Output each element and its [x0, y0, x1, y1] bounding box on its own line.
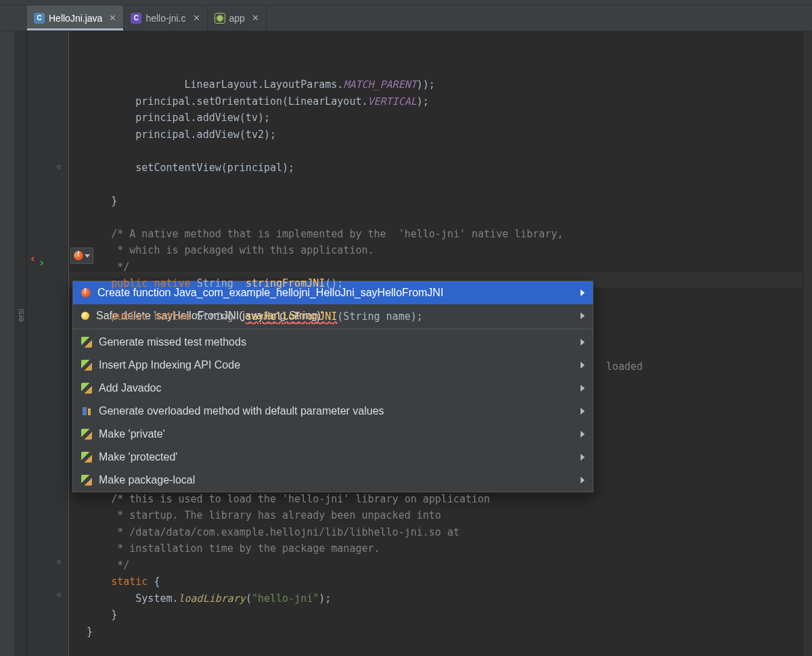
tool-window-stripe-left[interactable]: [0, 31, 15, 656]
code-editor[interactable]: LinearLayout.LayoutParams.MATCH_PARENT))…: [69, 31, 803, 656]
fold-start-icon[interactable]: ⊖: [57, 557, 62, 566]
error-stripe[interactable]: [803, 31, 812, 656]
override-marker-icon[interactable]: [31, 256, 43, 266]
tab-label: HelloJni.java: [49, 13, 102, 24]
window-top-strip: [0, 0, 812, 5]
c-file-icon: C: [131, 13, 141, 24]
tab-hellojni-java[interactable]: C HelloJni.java ✕: [27, 5, 124, 30]
fold-end-icon[interactable]: ⊖: [57, 162, 62, 171]
java-file-icon: C: [34, 13, 45, 24]
editor-tab-bar: C HelloJni.java ✕ C hello-jni.c ✕ app ✕: [0, 5, 812, 31]
fold-end-icon[interactable]: ⊖: [57, 590, 62, 599]
gradle-module-icon: [215, 13, 225, 24]
tab-app[interactable]: app ✕: [208, 5, 267, 30]
toolwindow-label: ersi: [16, 309, 26, 322]
tab-label: hello-jni.c: [145, 13, 185, 24]
close-icon[interactable]: ✕: [193, 13, 200, 23]
tab-hello-jni-c[interactable]: C hello-jni.c ✕: [124, 5, 207, 30]
code-content: LinearLayout.LayoutParams.MATCH_PARENT))…: [74, 76, 803, 640]
tab-label: app: [229, 13, 245, 24]
tool-window-stripe-inner[interactable]: ersi: [15, 31, 27, 656]
close-icon[interactable]: ✕: [252, 13, 259, 23]
editor-gutter[interactable]: ⊖ ⊖ ⊖: [27, 31, 69, 656]
close-icon[interactable]: ✕: [109, 13, 116, 23]
